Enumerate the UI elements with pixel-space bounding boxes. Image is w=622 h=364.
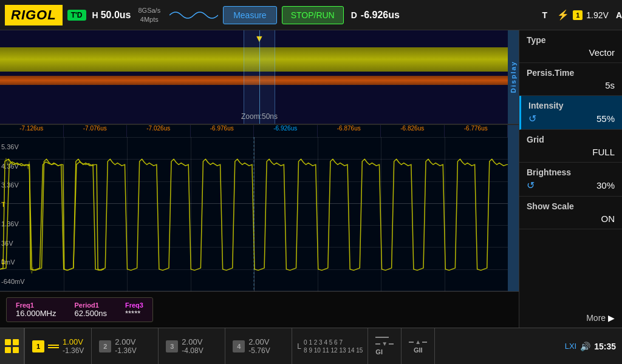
- gii-arrow-row: ▲: [409, 339, 427, 345]
- ch3-info: 2.00V -4.08V: [182, 337, 203, 355]
- more-arrow-icon: ▶: [608, 313, 615, 323]
- ch4-info: 2.00V -5.76V: [248, 337, 270, 355]
- ch4-offset: -5.76V: [248, 346, 270, 355]
- td-badge: T'D: [67, 10, 86, 21]
- lxi-block: LXI 🔊 15:35: [559, 328, 622, 364]
- trigger-icon: ⚡: [557, 9, 569, 21]
- rpanel-intensity[interactable]: Intensity ↺ 55%: [519, 96, 622, 130]
- meas-freq3: Freq3 *****: [125, 302, 143, 318]
- h-label: H: [92, 10, 98, 20]
- rpanel-intensity-row: ↺ 55%: [528, 113, 615, 124]
- ch4-volt: 2.00V: [248, 337, 270, 346]
- gii-label: GII: [414, 346, 423, 354]
- zoom-side-panel: [508, 125, 519, 291]
- time-tick-7: -6.776us: [445, 125, 508, 137]
- scope-area: ▼ Zoom:50ns Display -7.126us -7.076us -7…: [0, 30, 519, 328]
- clock-display: 15:35: [594, 342, 616, 351]
- rpanel-grid-label: Grid: [527, 135, 615, 144]
- grid-dot-1: [5, 339, 11, 345]
- ch2-block[interactable]: 2 2.00V -1.36V: [92, 328, 159, 364]
- ch1-indicator-top: 1: [573, 10, 583, 20]
- horizontal-time: 50.0us: [101, 10, 131, 21]
- rpanel-type-val: Vector: [527, 47, 615, 58]
- gi-block[interactable]: ▼ GI: [368, 328, 402, 364]
- grid-dot-3: [5, 347, 11, 353]
- meas-freq1: Freq1 16.000MHz: [16, 302, 56, 318]
- brightness-reset-icon: ↺: [527, 180, 535, 191]
- main-area: ▼ Zoom:50ns Display -7.126us -7.076us -7…: [0, 30, 622, 328]
- meas-freq1-label: Freq1: [16, 302, 56, 309]
- waveform-preview: [169, 6, 218, 24]
- gii-block[interactable]: ▲ GII: [402, 328, 435, 364]
- rpanel-brightness[interactable]: Brightness ↺ 30%: [519, 163, 622, 197]
- gi-line-left: [375, 343, 380, 345]
- display-label-side: Display: [508, 30, 519, 124]
- time-tick-1: -7.076us: [64, 125, 128, 137]
- ch1-line1: [48, 345, 59, 346]
- ch3-offset: -4.08V: [182, 346, 203, 355]
- time-axis: -7.126us -7.076us -7.026us -6.976us -6.9…: [0, 125, 508, 137]
- ch3-block[interactable]: 3 2.00V -4.08V: [159, 328, 225, 364]
- measure-button[interactable]: Measure: [223, 6, 276, 24]
- gi-arrow-row: ▼: [375, 340, 394, 347]
- l-block[interactable]: L 0 1 2 3 4 5 6 7 8 9 10 11 12 13 14 15: [292, 328, 368, 364]
- ch2-volt: 2.00V: [115, 337, 136, 346]
- l-label: L: [297, 342, 301, 351]
- ch2-number: 2: [103, 343, 107, 350]
- sample-info: 8GSa/s 4Mpts: [138, 6, 160, 24]
- d-label: D: [351, 10, 357, 20]
- overview-panel: ▼ Zoom:50ns Display: [0, 30, 519, 124]
- gi-label: GI: [375, 348, 394, 356]
- rpanel-grid[interactable]: Grid FULL: [519, 130, 622, 163]
- l-nums-top: 0 1 2 3 4 5 6 7: [304, 339, 363, 346]
- bottom-bar: 1 1.00V -1.36V 2 2.00V -1.36V 3 2.00V -4…: [0, 328, 622, 364]
- rpanel-persist-val: 5s: [527, 80, 615, 90]
- rpanel-persist-label: Persis.Time: [527, 68, 615, 78]
- rpanel-persist[interactable]: Persis.Time 5s: [519, 63, 622, 96]
- rpanel-intensity-label: Intensity: [528, 101, 615, 110]
- l-nums-bot: 8 9 10 11 12 13 14 15: [304, 346, 363, 354]
- trigger-voltage: 1.92V: [586, 10, 609, 20]
- time-tick-6: -6.826us: [381, 125, 445, 137]
- ch1-offset: -1.36V: [63, 346, 84, 355]
- meas-container: Freq1 16.000MHz Period1 62.500ns Freq3 *…: [6, 297, 153, 322]
- ch1-number: 1: [36, 343, 40, 350]
- ch3-number: 3: [170, 343, 174, 350]
- ch2-offset: -1.36V: [115, 346, 136, 355]
- stoprun-button[interactable]: STOP/RUN: [282, 6, 344, 24]
- ch4-box: 4: [233, 340, 245, 352]
- ch1-info: 1.00V -1.36V: [63, 337, 84, 355]
- display-label-text: Display: [510, 61, 517, 93]
- rpanel-more[interactable]: More ▶: [519, 308, 622, 328]
- gi-down-arrow: ▼: [381, 340, 388, 347]
- rpanel-show-scale-val: ON: [527, 214, 615, 224]
- rpanel-show-scale-label: Show Scale: [527, 201, 615, 211]
- time-tick-0: -7.126us: [0, 125, 64, 137]
- time-tick-2: -7.026us: [127, 125, 191, 137]
- ch4-block[interactable]: 4 2.00V -5.76V: [225, 328, 292, 364]
- gi-line-right: [389, 343, 394, 345]
- ch4-number: 4: [237, 343, 241, 350]
- rpanel-brightness-label: Brightness: [527, 167, 615, 177]
- ch1-block[interactable]: 1 1.00V -1.36V: [24, 328, 92, 364]
- meas-freq3-label: Freq3: [125, 302, 143, 309]
- grid-symbol: [5, 339, 19, 353]
- rpanel-intensity-val: 55%: [596, 113, 615, 124]
- time-tick-5: -6.876us: [318, 125, 381, 137]
- l-numbers: 0 1 2 3 4 5 6 7 8 9 10 11 12 13 14 15: [304, 339, 363, 354]
- grid-menu-icon[interactable]: [0, 328, 24, 364]
- speaker-icon[interactable]: 🔊: [580, 342, 590, 351]
- gii-line-right: [422, 342, 427, 343]
- rpanel-show-scale[interactable]: Show Scale ON: [519, 197, 622, 229]
- ch3-volt: 2.00V: [182, 337, 203, 346]
- grid-dot-2: [13, 339, 19, 345]
- rpanel-grid-val: FULL: [527, 147, 615, 157]
- gii-up-arrow: ▲: [415, 339, 421, 345]
- meas-freq1-val: 16.000MHz: [16, 309, 56, 318]
- ch1-line2: [48, 347, 59, 348]
- rpanel-type[interactable]: Type Vector: [519, 30, 622, 63]
- grid-dot-4: [13, 347, 19, 353]
- more-label: More: [586, 313, 606, 323]
- time-tick-3: -6.976us: [191, 125, 255, 137]
- meas-period1: Period1 62.500ns: [74, 302, 107, 318]
